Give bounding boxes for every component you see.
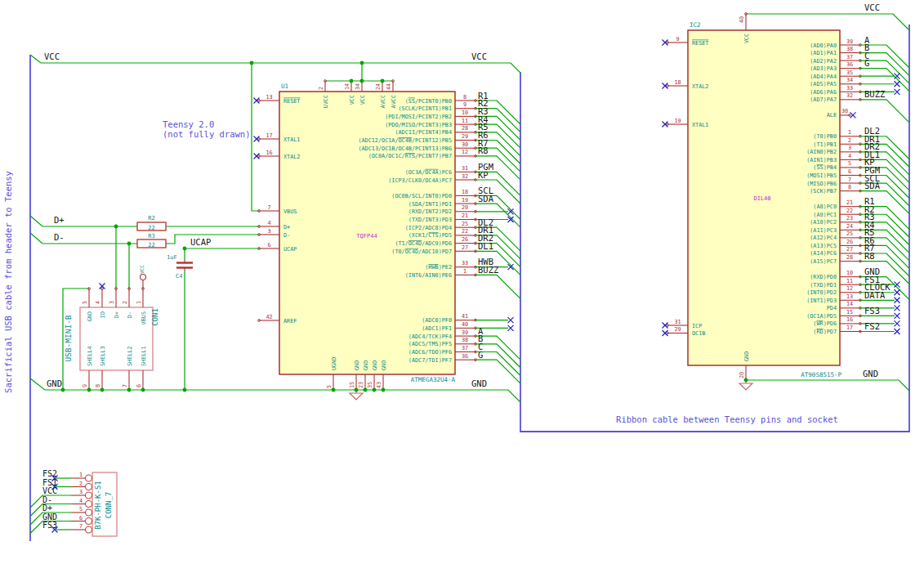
pin-number: 37 <box>846 54 853 60</box>
no-connect-icon <box>895 289 900 295</box>
net-label-BUZZ[interactable]: BUZZ <box>864 89 885 99</box>
net-label-ucap[interactable]: UCAP <box>190 237 211 247</box>
net-label-SDA[interactable]: SDA <box>864 181 881 190</box>
pin-number: 40 <box>462 321 468 328</box>
net-label-dminus[interactable]: D- <box>54 232 65 242</box>
pin-name: (OC0B/SCL/INT0)PD0 <box>391 193 452 199</box>
pin-number: 1 <box>79 472 83 478</box>
net-label-gnd-left[interactable]: GND <box>47 378 62 388</box>
net-label-FS2[interactable]: FS2 <box>42 469 57 478</box>
pin-name: (ADC1)PF1 <box>422 325 452 332</box>
pin-number: 38 <box>846 46 853 52</box>
conn7-pin-circle[interactable] <box>86 509 92 516</box>
pin-number: 6 <box>136 384 142 387</box>
pin-name: (AD3)PA3 <box>810 65 837 72</box>
pin-number: 41 <box>462 313 468 320</box>
pin-number: 6 <box>267 242 270 248</box>
net-label-DL1[interactable]: DL1 <box>478 241 493 251</box>
pin-name: D+ <box>283 224 290 231</box>
conn7-pin-circle[interactable] <box>86 526 92 533</box>
capacitor-c4[interactable]: 1uF C4 <box>167 254 193 280</box>
conn7-pin-circle[interactable] <box>86 484 92 490</box>
conn7-pin-circle[interactable] <box>86 501 92 508</box>
net-label-dplus[interactable]: D+ <box>54 215 65 225</box>
pin-name: (SS)PB4 <box>813 164 837 171</box>
net-label-D+[interactable]: D+ <box>42 504 52 513</box>
net-label-G[interactable]: G <box>864 58 869 68</box>
pin-name: (AD2)PA2 <box>810 58 837 65</box>
vcc-power-symbol[interactable]: VCC <box>139 265 146 289</box>
net-label-gnd-right[interactable]: GND <box>471 378 487 388</box>
net-label-DATA[interactable]: DATA <box>864 290 886 300</box>
pin-name: (ADC7/TDI)PF7 <box>408 357 452 364</box>
pin-number: 19 <box>674 118 681 124</box>
conn7-pin-circle[interactable] <box>86 475 92 481</box>
net-label-ic2-vcc[interactable]: VCC <box>864 2 880 12</box>
pin-name: (ADC13/OC1B/OC4B/PCINT13)PB6 <box>358 145 452 152</box>
net-label-FS3[interactable]: FS3 <box>864 306 880 316</box>
pin-name: (XCK1/CTS)PD5 <box>408 232 452 239</box>
pin-name: SHELL3 <box>100 346 106 366</box>
pin-name: (OC1A)PD5 <box>806 313 837 320</box>
net-label-vcc-left[interactable]: VCC <box>44 51 60 61</box>
pin-number: 32 <box>846 92 853 99</box>
pin-number: 34 <box>355 83 361 90</box>
u1-footprint: TQFP44 <box>356 233 377 239</box>
no-connect-icon <box>895 329 900 334</box>
resistor-r2[interactable]: R2 22 <box>137 215 166 231</box>
net-label-G[interactable]: G <box>478 350 483 360</box>
net-label-ic2-gnd[interactable]: GND <box>863 369 878 378</box>
r3-value: 22 <box>148 242 154 248</box>
net-label-KP[interactable]: KP <box>478 170 489 180</box>
net-label-D-[interactable]: D- <box>42 495 52 504</box>
no-connect-icon <box>508 317 514 323</box>
pin-name: (T0/OC4D/ADC10)PD7 <box>391 248 452 255</box>
net-label-BUZZ[interactable]: BUZZ <box>478 265 498 275</box>
resistor-r3[interactable]: R3 22 <box>137 233 166 248</box>
net-label-FS3[interactable]: FS3 <box>42 521 57 530</box>
pin-number: 44 <box>386 83 392 90</box>
pin-number: 27 <box>846 246 853 253</box>
schematic-sheet: R2 22 R3 22 1uF C4 VCC U1 ATMEGA32U4-A T… <box>0 0 924 564</box>
u1-value: ATMEGA32U4-A <box>411 376 456 383</box>
net-label-R8[interactable]: R8 <box>478 145 489 155</box>
conn7-pin-circle[interactable] <box>86 492 92 499</box>
r3-refdes: R3 <box>148 233 154 239</box>
note-ribbon-cable[interactable]: Ribbon cable between Teensy pins and soc… <box>616 414 838 424</box>
pin-number: 43 <box>376 382 382 388</box>
junction-dot <box>127 242 132 246</box>
pin-name: (AD0)PA0 <box>810 43 837 49</box>
net-label-R8[interactable]: R8 <box>864 251 875 261</box>
pin-name: (TXD)PD1 <box>810 282 837 289</box>
note-teensy-1[interactable]: Teensy 2.0 <box>163 119 214 129</box>
pin-name: (HWB)PE2 <box>425 264 452 271</box>
conn7-pin-circle[interactable] <box>86 518 92 525</box>
pin-name: (ICP2/ADC8)PD4 <box>405 225 452 231</box>
net-label-FS1[interactable]: FS1 <box>42 478 57 487</box>
net-label-vcc-right[interactable]: VCC <box>471 51 487 61</box>
net-label-SDA[interactable]: SDA <box>478 194 494 204</box>
pin-name: ICP <box>692 323 702 329</box>
net-label-FS2[interactable]: FS2 <box>864 321 880 331</box>
pin-name: VBUS <box>141 311 147 325</box>
wire[interactable] <box>475 275 520 298</box>
pin-name: (RXD/INT2)PD2 <box>408 208 452 215</box>
pin-name: (PDI/MOSI/PCINT2)PB2 <box>385 114 452 120</box>
pin-name: ALE <box>827 112 837 119</box>
junction-dot <box>355 388 359 392</box>
junction-dot <box>373 388 377 392</box>
no-connect-icon <box>895 81 900 87</box>
wire[interactable] <box>860 100 909 123</box>
no-connect-icon <box>895 282 900 288</box>
pin-name: RESET <box>283 98 300 105</box>
note-teensy-2[interactable]: (not fully drawn) <box>163 129 250 139</box>
wire[interactable] <box>860 69 909 92</box>
net-label-GND[interactable]: GND <box>42 513 57 521</box>
pin-number: 12 <box>846 285 853 292</box>
pin-number: 7 <box>267 204 270 211</box>
pin-name: (ADC11/PCINT4)PB4 <box>395 129 452 136</box>
junction-dot <box>350 79 354 83</box>
net-label-VCC[interactable]: VCC <box>42 486 57 495</box>
pin-name: (A14)PC6 <box>810 250 837 257</box>
note-sacrificial-usb[interactable]: Sacrificial USB cable from header to Tee… <box>3 171 13 393</box>
